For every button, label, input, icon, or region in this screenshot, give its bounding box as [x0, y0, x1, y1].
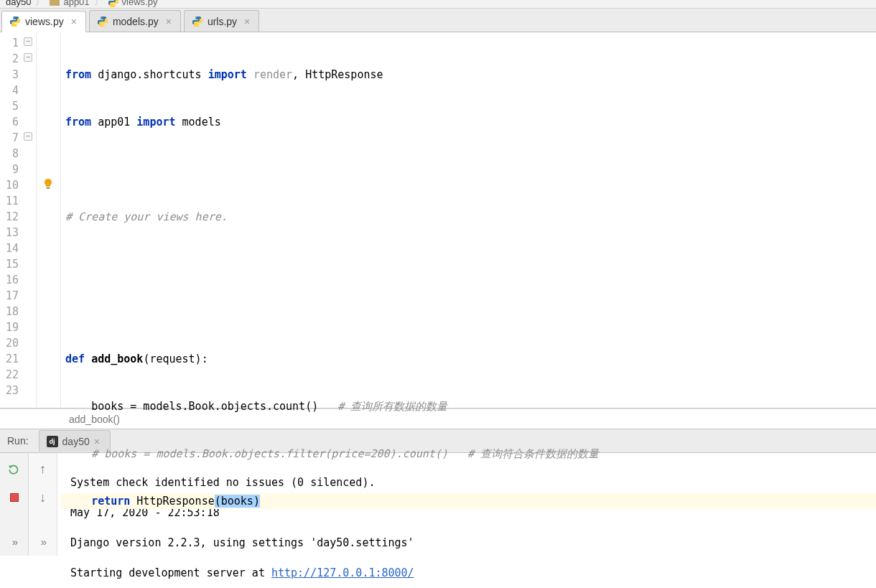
tab-label: views.py [25, 16, 64, 27]
python-file-icon [108, 0, 119, 8]
rerun-button[interactable] [6, 460, 23, 477]
breadcrumb-sep: 〉 [94, 0, 103, 9]
python-file-icon [192, 16, 203, 27]
line-number: 18 [0, 304, 19, 319]
navigation-breadcrumb: day50 〉 app01 〉 views.py [0, 0, 876, 9]
svg-point-7 [198, 24, 199, 25]
editor-tabs: views.py × models.py × urls.py × [0, 9, 876, 32]
scroll-down-button[interactable]: ↓ [34, 489, 52, 506]
run-panel-label: Run: [0, 435, 36, 447]
more-button[interactable]: » [6, 533, 23, 550]
close-icon[interactable]: × [166, 16, 172, 27]
line-number: 10 [0, 177, 19, 193]
close-icon[interactable]: × [244, 16, 250, 27]
stop-button[interactable] [6, 489, 23, 506]
breadcrumb-project[interactable]: day50 [3, 0, 34, 7]
tab-label: urls.py [208, 16, 237, 27]
line-number: 2− [0, 51, 19, 67]
scroll-up-button[interactable]: ↑ [34, 460, 52, 477]
svg-rect-8 [47, 187, 50, 189]
tab-models[interactable]: models.py × [89, 10, 181, 32]
line-number: 14 [0, 241, 19, 256]
fold-icon[interactable]: − [24, 53, 32, 62]
close-icon[interactable]: × [71, 16, 77, 27]
line-number: 11 [0, 193, 19, 209]
svg-point-3 [16, 24, 17, 25]
breadcrumb-sep: 〉 [35, 0, 45, 9]
fold-icon[interactable]: − [24, 37, 32, 46]
line-number: 13 [0, 225, 19, 241]
svg-point-4 [101, 17, 101, 18]
line-number: 16 [0, 272, 19, 288]
svg-point-6 [195, 17, 196, 18]
line-number: 4 [0, 83, 19, 98]
breadcrumb-app[interactable]: app01 [46, 0, 92, 8]
line-number: 21 [0, 351, 19, 367]
line-number: 12 [0, 209, 19, 225]
fold-icon[interactable]: − [24, 132, 32, 141]
run-toolbar-primary: » [0, 453, 29, 556]
line-number: 5 [0, 98, 19, 114]
line-number: 17 [0, 288, 19, 304]
line-number: 6 [0, 114, 19, 130]
code-area[interactable]: from django.shortcuts import render, Htt… [61, 32, 876, 408]
django-icon: dj [47, 436, 58, 447]
line-number: 22 [0, 367, 19, 383]
intention-bulb-icon[interactable] [42, 178, 54, 190]
tab-views[interactable]: views.py × [1, 11, 86, 32]
line-number: 15 [0, 256, 19, 272]
folder-icon [49, 0, 60, 8]
tab-label: models.py [113, 16, 159, 27]
breadcrumb-file[interactable]: views.py [105, 0, 161, 8]
svg-point-1 [114, 5, 115, 6]
line-number: 3 [0, 67, 19, 83]
gutter-icons [37, 32, 61, 408]
svg-point-2 [13, 17, 14, 18]
line-number: 1− [0, 35, 19, 51]
line-number-gutter[interactable]: 1− 2− 3 4 5 6 7− 8 9 10 11 12 13 14 15 1… [0, 32, 37, 408]
code-editor: 1− 2− 3 4 5 6 7− 8 9 10 11 12 13 14 15 1… [0, 32, 876, 409]
line-number: 7− [0, 130, 19, 146]
line-number: 9 [0, 162, 19, 177]
python-file-icon [97, 16, 108, 27]
python-file-icon [9, 16, 21, 27]
line-number: 20 [0, 335, 19, 351]
tab-urls[interactable]: urls.py × [184, 10, 259, 32]
run-toolbar-secondary: ↑ ↓ » [29, 453, 57, 556]
line-number: 19 [0, 319, 19, 335]
line-number: 8 [0, 146, 19, 162]
svg-point-5 [103, 24, 104, 25]
more-button[interactable]: » [34, 533, 52, 550]
line-number: 23 [0, 383, 19, 398]
